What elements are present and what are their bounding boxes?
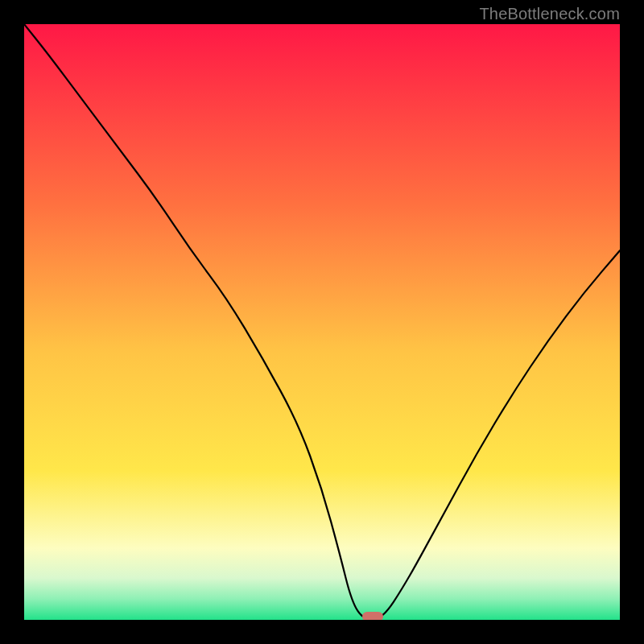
- optimal-match-marker: [362, 612, 383, 620]
- plot-area: [24, 24, 620, 620]
- chart-frame: TheBottleneck.com: [0, 0, 644, 644]
- curve-path: [24, 24, 620, 620]
- watermark-text: TheBottleneck.com: [479, 5, 620, 23]
- bottleneck-curve: [24, 24, 620, 620]
